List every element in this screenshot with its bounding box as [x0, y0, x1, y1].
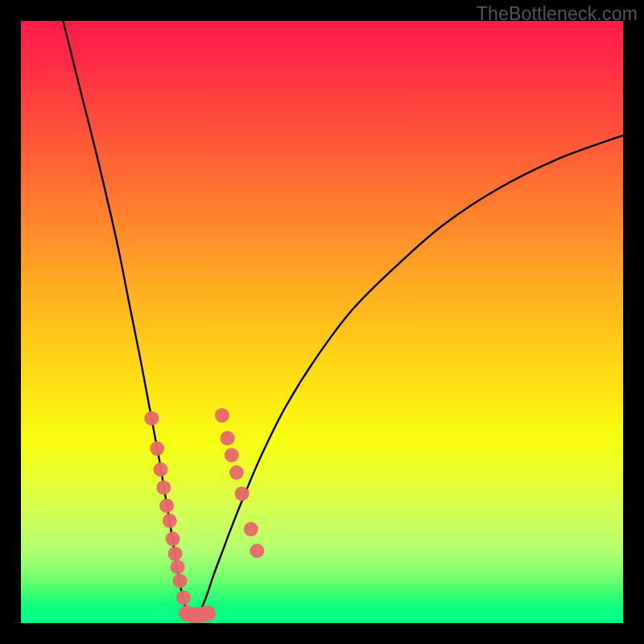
marker-dot: [154, 462, 168, 477]
marker-dot: [244, 522, 258, 536]
markers-bottom: [179, 605, 216, 623]
marker-dot: [229, 465, 244, 480]
marker-dot: [172, 574, 187, 588]
marker-dot: [215, 408, 229, 423]
marker-dot: [225, 448, 239, 462]
marker-dot: [150, 441, 164, 456]
marker-dot: [170, 559, 184, 574]
marker-dot: [167, 547, 182, 561]
marker-dot: [235, 486, 250, 501]
marker-dot: [200, 605, 216, 621]
chart-frame: TheBottleneck.com: [0, 0, 644, 644]
marker-dot: [176, 591, 191, 605]
marker-dot: [221, 431, 235, 445]
marker-dot: [163, 514, 177, 528]
markers-left: [144, 411, 191, 605]
marker-dot: [156, 481, 171, 495]
marker-dot: [144, 411, 159, 426]
marker-dot: [165, 531, 180, 546]
chart-svg: [21, 21, 623, 623]
markers-right: [215, 408, 264, 558]
marker-dot: [250, 543, 264, 558]
marker-dot: [159, 498, 174, 513]
watermark-text: TheBottleneck.com: [477, 3, 638, 25]
